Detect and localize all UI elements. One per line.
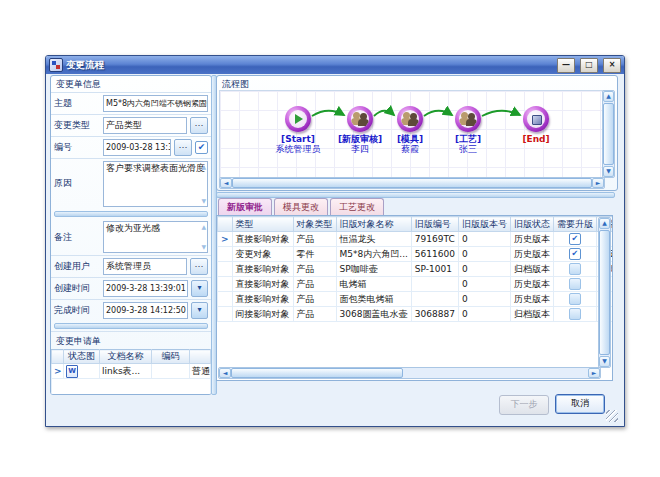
table-row[interactable]: 直接影响对象产品面包类电烤箱0历史版本: [218, 292, 614, 307]
need_upgrade-cell: ✔: [553, 232, 596, 247]
scrollbar-thumb[interactable]: [232, 178, 592, 188]
detail-grid-vscrollbar[interactable]: ▲ ▼: [598, 217, 611, 368]
flow-node-start[interactable]: [285, 106, 311, 132]
scroll-up-icon[interactable]: ▲: [201, 164, 206, 170]
scroll-up-icon[interactable]: ▲: [603, 91, 614, 102]
column-header[interactable]: 状态图: [64, 350, 100, 364]
flow-node-end[interactable]: [523, 106, 549, 132]
horizontal-splitter[interactable]: [54, 323, 208, 329]
object_type-cell: 产品: [293, 262, 336, 277]
scroll-right-icon[interactable]: ►: [592, 178, 604, 188]
column-header[interactable]: 文档名称: [100, 350, 152, 364]
maximize-icon[interactable]: □: [580, 58, 598, 73]
flow-node-task[interactable]: [455, 106, 481, 132]
ellipsis-button[interactable]: …: [174, 139, 192, 156]
type-cell: 直接影响对象: [232, 277, 293, 292]
column-header[interactable]: 旧版编号: [411, 217, 458, 232]
old_name-cell: 恒温龙头: [336, 232, 411, 247]
row-selector-cell[interactable]: [218, 307, 233, 322]
reason-textarea[interactable]: 客户要求调整表面光滑度 ▲ ▼: [103, 161, 208, 207]
table-row[interactable]: 直接影响对象产品电烤箱0历史版本: [218, 277, 614, 292]
request-grid-header: 状态图 文档名称 编码: [52, 350, 211, 364]
old_no-cell: 79169TC: [411, 232, 458, 247]
creator-input[interactable]: 系统管理员: [103, 258, 187, 275]
number-checkbox[interactable]: ✔: [195, 141, 208, 154]
flow-vscrollbar[interactable]: ▲ ▼: [602, 90, 615, 178]
ellipsis-button[interactable]: …: [190, 117, 208, 134]
row-selector-cell[interactable]: [218, 247, 233, 262]
table-row[interactable]: >直接影响对象产品恒温龙头79169TC0历史版本✔: [218, 232, 614, 247]
old_version-cell: 0: [458, 277, 510, 292]
selector-column-header[interactable]: [218, 217, 233, 232]
table-row[interactable]: 直接影响对象产品SP咖啡壶SP-10010归档版本SP咖: [218, 262, 614, 277]
row-selector-cell[interactable]: >: [218, 232, 233, 247]
old_version-cell: 0: [458, 232, 510, 247]
detail-grid-hscrollbar[interactable]: ◄ ►: [218, 367, 601, 379]
next-button[interactable]: 下一步: [499, 395, 549, 415]
column-header[interactable]: 旧版状态: [510, 217, 553, 232]
ellipsis-button[interactable]: …: [190, 258, 208, 275]
column-header[interactable]: 需要升版: [553, 217, 596, 232]
flow-canvas[interactable]: [Start]系统管理员[新版审核]李四[模具]蔡霞[工艺]张三[End]: [219, 90, 605, 178]
scroll-down-icon[interactable]: ▼: [201, 198, 206, 204]
remark-textarea[interactable]: 修改为亚光感 ▲ ▼: [103, 221, 208, 253]
flow-hscrollbar[interactable]: ◄ ►: [219, 177, 605, 189]
scroll-up-icon[interactable]: ▲: [599, 218, 610, 229]
column-header[interactable]: 类型: [232, 217, 293, 232]
chevron-down-icon[interactable]: ▾: [191, 302, 208, 319]
users-icon: [401, 110, 419, 128]
minimize-icon[interactable]: —: [557, 58, 575, 73]
cancel-button[interactable]: 取消: [555, 394, 605, 414]
detail-grid-header: 类型对象类型旧版对象名称旧版编号旧版版本号旧版状态需要升版新版: [218, 217, 614, 232]
row-selector-cell[interactable]: [218, 292, 233, 307]
checkbox-unchecked-icon[interactable]: [569, 263, 581, 275]
resize-grip[interactable]: [606, 410, 618, 422]
column-header[interactable]: [52, 350, 64, 364]
column-header[interactable]: [190, 350, 211, 364]
chevron-down-icon[interactable]: ▾: [191, 280, 208, 297]
scrollbar-thumb[interactable]: [603, 103, 614, 165]
request-grid-row[interactable]: > W links表... 普通: [52, 364, 211, 379]
finish-time-input[interactable]: 2009-3-28 14:12:50: [103, 302, 188, 319]
tab-1[interactable]: 模具更改: [274, 198, 328, 215]
flow-node-task[interactable]: [347, 106, 373, 132]
checkbox-checked-icon[interactable]: ✔: [569, 233, 581, 245]
subject-input[interactable]: M5*8内六角凹端不锈钢紧固螺钉: [103, 95, 208, 112]
scroll-left-icon[interactable]: ◄: [220, 178, 232, 188]
scroll-left-icon[interactable]: ◄: [219, 368, 231, 378]
scroll-down-icon[interactable]: ▼: [599, 356, 610, 367]
checkbox-checked-icon[interactable]: ✔: [569, 248, 581, 260]
flow-node-task[interactable]: [397, 106, 423, 132]
checkbox-unchecked-icon[interactable]: [569, 308, 581, 320]
old_no-cell: [411, 277, 458, 292]
tab-0[interactable]: 新版审批: [218, 198, 272, 215]
tab-2[interactable]: 工艺更改: [330, 198, 384, 215]
field-finish-time: 完成时间 2009-3-28 14:12:50 ▾: [51, 299, 211, 321]
scrollbar-thumb[interactable]: [231, 368, 403, 378]
column-header[interactable]: 旧版对象名称: [336, 217, 411, 232]
scroll-down-icon[interactable]: ▼: [603, 166, 614, 177]
checkbox-unchecked-icon[interactable]: [569, 293, 581, 305]
old_version-cell: 0: [458, 292, 510, 307]
column-header[interactable]: 旧版版本号: [458, 217, 510, 232]
table-row[interactable]: 变更对象零件M5*8内六角凹...56116000历史版本✔M5*8: [218, 247, 614, 262]
table-row[interactable]: 间接影响对象产品3068圆盖电水壶30688870归档版本: [218, 307, 614, 322]
old_state-cell: 历史版本: [510, 277, 553, 292]
scroll-up-icon[interactable]: ▲: [201, 224, 206, 230]
titlebar[interactable]: 变更流程 — □ ×: [46, 56, 624, 74]
change-type-input[interactable]: 产品类型: [103, 117, 187, 134]
column-header[interactable]: 编码: [152, 350, 190, 364]
field-subject: 主题 M5*8内六角凹端不锈钢紧固螺钉: [51, 92, 211, 114]
scroll-down-icon[interactable]: ▼: [201, 244, 206, 250]
row-selector-cell[interactable]: [218, 262, 233, 277]
create-time-input[interactable]: 2009-3-28 13:39:01: [103, 280, 188, 297]
scrollbar-thumb[interactable]: [599, 230, 610, 355]
row-selector-cell[interactable]: [218, 277, 233, 292]
column-header[interactable]: 对象类型: [293, 217, 336, 232]
scroll-right-icon[interactable]: ►: [588, 368, 600, 378]
close-icon[interactable]: ×: [603, 58, 621, 73]
horizontal-splitter[interactable]: [54, 211, 208, 217]
checkbox-unchecked-icon[interactable]: [569, 278, 581, 290]
client-area: 变更单信息 主题 M5*8内六角凹端不锈钢紧固螺钉 变更类型 产品类型 … 编号…: [47, 74, 621, 424]
number-input[interactable]: 2009-03-28 13:39:01: [103, 139, 171, 156]
